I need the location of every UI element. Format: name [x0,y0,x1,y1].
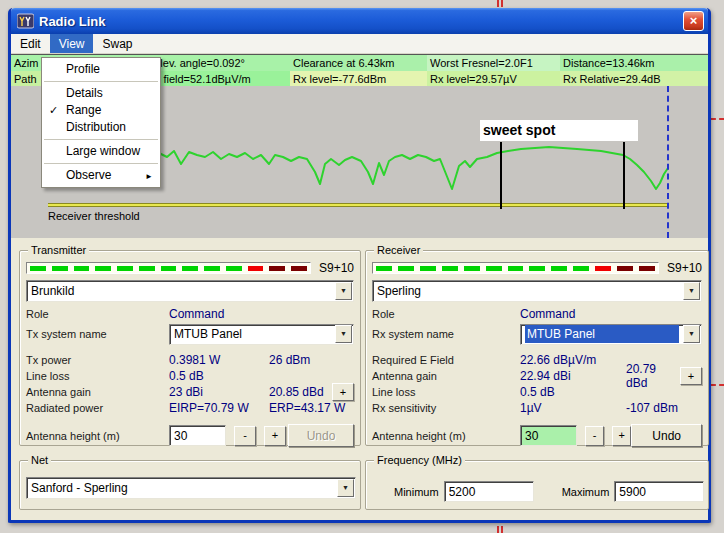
menu-separator [44,163,158,164]
menu-item-range-label: Range [66,103,101,117]
crop-mark [711,384,724,386]
rx-antenna-gain-dbd: 20.79 dBd [626,362,680,390]
menu-item-range[interactable]: ✓ Range [42,102,160,119]
radio-link-icon [17,13,34,29]
tx-system-label: Tx system name [26,328,169,340]
menu-item-observe[interactable]: Observe ► [42,167,160,184]
info-clearance: Clearance at 6.43km [290,55,427,71]
menu-item-observe-label: Observe [66,168,111,182]
rx-height-minus-button[interactable]: - [585,426,604,446]
menu-item-large-window[interactable]: Large window [42,143,160,160]
crop-mark [497,526,503,533]
rx-antenna-gain-plus-button[interactable]: + [680,367,702,385]
menu-separator [44,139,158,140]
frequency-minimum-input[interactable] [444,481,534,502]
receiver-group: Receiver S9+10 Sperling ▼ Role Command [365,250,709,446]
menu-view[interactable]: View [50,34,94,53]
tx-station-combobox[interactable]: Brunkild ▼ [26,280,354,302]
rx-system-value: MTUB Panel [525,325,679,343]
frequency-group: Frequency (MHz) Minimum Maximum [365,460,709,510]
tx-power-label: Tx power [26,354,169,366]
tx-power-watts: 0.3981 W [169,353,269,367]
frequency-group-label: Frequency (MHz) [374,454,465,466]
menu-separator [44,81,158,82]
rx-required-efield-value: 22.66 dBµV/m [520,353,626,367]
tx-antenna-height-input[interactable] [169,425,226,446]
rx-system-label: Rx system name [372,328,520,340]
frequency-maximum-input[interactable] [614,481,704,502]
tx-signal-meter-label: S9+10 [319,261,354,275]
rx-signal-meter [372,262,659,274]
receiver-threshold-label: Receiver threshold [48,210,140,222]
rx-signal-meter-label: S9+10 [667,261,702,275]
tx-antenna-gain-label: Antenna gain [26,386,169,398]
info-e-field: E field=52.1dBµV/m [150,71,290,87]
rx-antenna-gain-label: Antenna gain [372,370,520,382]
chevron-down-icon[interactable]: ▼ [335,325,352,343]
menu-edit[interactable]: Edit [11,34,50,53]
info-rx-level-uv: Rx level=29.57µV [427,71,560,87]
chevron-down-icon[interactable]: ▼ [683,282,700,300]
tx-station-value: Brunkild [31,281,333,301]
tx-system-combobox[interactable]: MTUB Panel ▼ [169,324,354,345]
submenu-arrow-icon: ► [145,168,153,185]
crop-mark [711,118,724,120]
tx-system-value: MTUB Panel [174,324,333,344]
tx-eirp-value: EIRP=70.79 W [169,401,269,415]
tx-radiated-power-label: Radiated power [26,402,169,414]
chevron-down-icon[interactable]: ▼ [335,282,352,300]
menu-item-details[interactable]: Details [42,85,160,102]
tx-antenna-gain-plus-button[interactable]: + [332,383,354,401]
tx-height-plus-button[interactable]: + [264,426,286,446]
tx-line-loss-label: Line loss [26,370,169,382]
rx-line-loss-value: 0.5 dB [520,385,626,399]
info-rx-level-dbm: Rx level=-77.6dBm [290,71,427,87]
chevron-down-icon[interactable]: ▼ [683,325,700,343]
receiver-threshold-line [48,203,668,207]
desktop: Radio Link × Edit View Swap Azim Elev. a… [0,0,724,533]
rx-antenna-height-label: Antenna height (m) [372,430,520,442]
menu-bar: Edit View Swap [11,34,708,54]
tx-line-loss-value: 0.5 dB [169,369,269,383]
tx-antenna-gain-dbd: 20.85 dBd [269,385,332,399]
rx-undo-button[interactable]: Undo [631,424,702,447]
rx-sensitivity-uv: 1µV [520,401,626,415]
tx-antenna-height-label: Antenna height (m) [26,430,169,442]
window-title: Radio Link [39,14,105,29]
sweet-spot-annotation: sweet spot [480,120,638,141]
rx-antenna-height-input[interactable] [520,425,577,446]
rx-line-loss-label: Line loss [372,386,520,398]
tx-antenna-gain-dbi: 23 dBi [169,385,269,399]
transmitter-group: Transmitter S9+10 Brunkild ▼ Role Comman… [19,250,361,446]
view-menu-popup: Profile Details ✓ Range Distribution Lar… [41,57,161,188]
rx-role-value: Command [520,307,626,321]
frequency-minimum-label: Minimum [394,486,439,498]
rx-required-efield-label: Required E Field [372,354,520,366]
tx-erp-value: ERP=43.17 W [269,401,354,415]
tx-role-value: Command [169,307,269,321]
chevron-down-icon[interactable]: ▼ [337,479,354,497]
rx-system-combobox[interactable]: MTUB Panel ▼ [520,324,702,345]
frequency-maximum-label: Maximum [562,486,610,498]
rx-station-combobox[interactable]: Sperling ▼ [372,280,702,302]
menu-item-profile[interactable]: Profile [42,61,160,78]
menu-item-distribution[interactable]: Distribution [42,119,160,136]
title-bar[interactable]: Radio Link × [11,8,708,34]
net-group: Net Sanford - Sperling ▼ [19,460,361,510]
net-value: Sanford - Sperling [31,478,335,498]
receiver-group-label: Receiver [374,244,423,256]
close-icon: × [690,13,698,28]
tx-role-label: Role [26,308,169,320]
menu-swap[interactable]: Swap [93,34,141,53]
net-combobox[interactable]: Sanford - Sperling ▼ [26,477,356,499]
rx-antenna-gain-dbi: 22.94 dBi [520,369,626,383]
tx-undo-button: Undo [288,424,354,447]
rx-height-plus-button[interactable]: + [612,426,631,446]
sweet-spot-marker-right [623,142,625,209]
radio-link-window: Radio Link × Edit View Swap Azim Elev. a… [8,8,711,523]
tx-height-minus-button[interactable]: - [234,426,256,446]
info-distance: Distance=13.46km [560,55,708,71]
rx-sensitivity-dbm: -107 dBm [626,401,702,415]
close-button[interactable]: × [683,11,704,31]
tx-signal-meter [26,262,311,274]
